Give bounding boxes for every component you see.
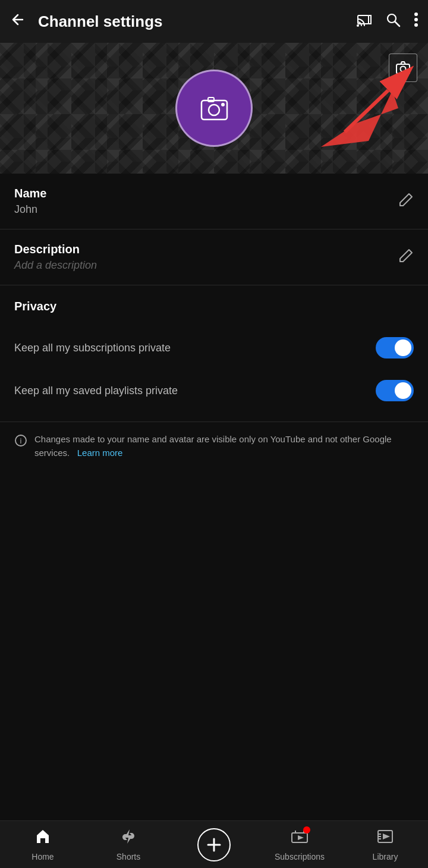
- nav-shorts[interactable]: Shorts: [86, 828, 171, 861]
- cast-icon[interactable]: [357, 12, 372, 31]
- name-label: Name: [14, 187, 389, 200]
- description-row[interactable]: Description Add a description: [0, 229, 428, 285]
- nav-subscriptions[interactable]: Subscriptions: [257, 828, 342, 861]
- svg-point-5: [414, 18, 418, 21]
- info-icon: i: [14, 434, 27, 450]
- svg-marker-32: [383, 834, 390, 839]
- description-label: Description: [14, 243, 389, 256]
- svg-point-17: [221, 103, 225, 106]
- toggle-track-2: [376, 380, 414, 401]
- page-title: Channel settings: [38, 12, 357, 31]
- toggle-thumb-1: [395, 339, 411, 356]
- svg-point-19: [401, 67, 406, 72]
- nav-home[interactable]: Home: [0, 828, 86, 861]
- create-button[interactable]: [197, 828, 231, 861]
- description-placeholder: Add a description: [14, 259, 389, 272]
- header: Channel settings: [0, 0, 428, 43]
- name-content: Name John: [14, 187, 389, 216]
- privacy-title: Privacy: [14, 300, 414, 313]
- privacy-section: Privacy Keep all my subscriptions privat…: [0, 285, 428, 422]
- nav-create[interactable]: [171, 828, 257, 861]
- nav-library[interactable]: Library: [342, 828, 428, 861]
- subscriptions-label: Subscriptions: [275, 852, 325, 861]
- svg-text:i: i: [20, 436, 22, 445]
- avatar-inner: [177, 71, 251, 145]
- info-row: i Changes made to your name and avatar a…: [0, 422, 428, 473]
- banner-area: [0, 43, 428, 174]
- playlists-privacy-label: Keep all my saved playlists private: [14, 385, 376, 397]
- notification-badge: [303, 826, 310, 834]
- search-icon[interactable]: [385, 12, 401, 31]
- svg-point-4: [414, 12, 418, 16]
- subscriptions-privacy-toggle[interactable]: [376, 337, 414, 358]
- avatar-edit-icon: [198, 92, 231, 125]
- subscriptions-privacy-row: Keep all my subscriptions private: [14, 326, 414, 369]
- svg-point-15: [209, 105, 219, 115]
- library-icon: [377, 828, 394, 849]
- svg-point-1: [357, 24, 359, 27]
- back-button[interactable]: [10, 11, 26, 32]
- header-actions: [357, 12, 418, 31]
- svg-rect-18: [396, 64, 410, 74]
- svg-point-6: [414, 23, 418, 27]
- shorts-label: Shorts: [117, 852, 140, 861]
- info-text: Changes made to your name and avatar are…: [34, 433, 414, 460]
- name-value: John: [14, 203, 389, 216]
- home-label: Home: [32, 852, 54, 861]
- name-edit-icon[interactable]: [398, 192, 414, 211]
- avatar[interactable]: [175, 70, 253, 147]
- description-edit-icon[interactable]: [398, 248, 414, 267]
- svg-line-3: [395, 22, 400, 27]
- subscriptions-privacy-label: Keep all my subscriptions private: [14, 342, 376, 354]
- library-label: Library: [373, 852, 398, 861]
- subscriptions-icon: [291, 828, 309, 849]
- camera-icon: [395, 60, 411, 76]
- toggle-thumb-2: [395, 382, 411, 399]
- bottom-nav: Home Shorts: [0, 820, 428, 868]
- svg-marker-28: [298, 835, 304, 840]
- banner-camera-button[interactable]: [389, 54, 417, 82]
- toggle-track-1: [376, 337, 414, 358]
- playlists-privacy-row: Keep all my saved playlists private: [14, 369, 414, 412]
- more-options-icon[interactable]: [414, 12, 418, 31]
- playlists-privacy-toggle[interactable]: [376, 380, 414, 401]
- description-content: Description Add a description: [14, 243, 389, 272]
- subscriptions-badge-wrapper: [291, 828, 309, 849]
- learn-more-link[interactable]: Learn more: [77, 448, 123, 458]
- shorts-icon: [119, 828, 137, 849]
- home-icon: [34, 828, 51, 849]
- name-row[interactable]: Name John: [0, 174, 428, 229]
